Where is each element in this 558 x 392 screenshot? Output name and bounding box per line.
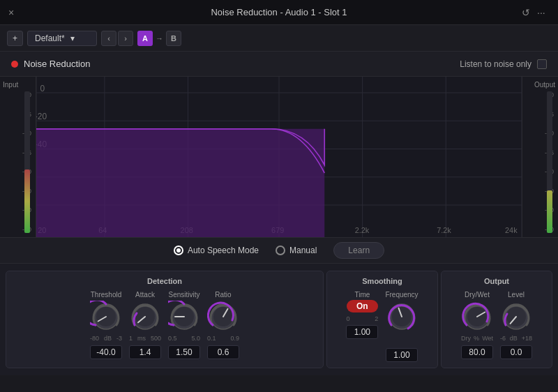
drywet-value[interactable]: 80.0 <box>461 345 493 359</box>
main-content: Input 0 -5 -10 -15 -20 -30 -40 -50 <box>0 77 558 237</box>
frequency-value[interactable]: 1.00 <box>386 348 418 362</box>
nav-next-button[interactable]: › <box>118 31 133 46</box>
ratio-label: Ratio <box>215 291 231 299</box>
output-group-title: Output <box>484 277 509 285</box>
output-meter-bar <box>547 91 552 233</box>
input-meter: Input 0 -5 -10 -15 -20 -30 -40 -50 <box>0 77 36 237</box>
listen-noise-label: Listen to noise only <box>460 59 531 69</box>
smoothing-title: Smoothing <box>362 277 402 285</box>
drywet-label: Dry/Wet <box>465 291 490 299</box>
output-label: Output <box>525 81 555 89</box>
attack-value[interactable]: 1.4 <box>129 345 161 359</box>
frequency-knob[interactable] <box>386 301 418 333</box>
level-knob[interactable] <box>500 301 532 333</box>
drywet-knob[interactable] <box>461 301 493 333</box>
threshold-knob[interactable] <box>90 301 122 333</box>
close-icon[interactable]: × <box>8 7 14 18</box>
threshold-label: Threshold <box>91 291 121 299</box>
menu-icon[interactable]: ··· <box>537 7 545 18</box>
ratio-knob-item: Ratio 0.1 0.9 0.6 <box>207 291 239 359</box>
ab-button-a[interactable]: A <box>137 31 153 46</box>
plugin-name-label: Noise Reduction <box>24 59 90 69</box>
detection-group: Detection Threshold -80 dB -3 <box>6 271 324 368</box>
attack-knob-item: Attack 1 ms 500 1.4 <box>129 291 161 359</box>
ab-arrow-icon: → <box>156 34 163 43</box>
input-meter-scale: 0 -5 -10 -15 -20 -30 -40 -50 <box>3 91 33 233</box>
smoothing-group: Smoothing Time On 0 2 1.00 Frequency <box>326 271 438 368</box>
output-meter-scale: 0 -5 -10 -15 -20 -30 -40 -50 <box>525 91 555 233</box>
sensitivity-knob-item: Sensitivity 0.5 5.0 1.50 <box>168 291 200 359</box>
sensitivity-value[interactable]: 1.50 <box>168 345 200 359</box>
title-bar: × Noise Reduction - Audio 1 - Slot 1 ↺ ·… <box>0 0 558 25</box>
level-knob-item: Level -6 dB +18 0.0 <box>500 291 532 359</box>
on-badge[interactable]: On <box>347 300 378 312</box>
toolbar: + Default* ▾ ‹ › A → B <box>0 25 558 52</box>
preset-dropdown[interactable]: Default* ▾ <box>27 31 97 46</box>
smoothing-time-value[interactable]: 1.00 <box>346 325 378 339</box>
ratio-knob[interactable] <box>207 301 239 333</box>
svg-text:2.2k: 2.2k <box>355 226 370 234</box>
manual-label: Manual <box>289 246 317 255</box>
mode-bar: Auto Speech Mode Manual Learn <box>0 237 558 264</box>
frequency-knob-item: Frequency 1.00 <box>385 291 418 362</box>
window-title: Noise Reduction - Audio 1 - Slot 1 <box>36 7 522 17</box>
input-meter-bar <box>24 91 30 233</box>
graph-area[interactable]: 0 -20 -40 20 64 208 679 2.2k 7.2k 24k <box>36 77 522 237</box>
detection-title: Detection <box>147 277 182 285</box>
attack-label: Attack <box>135 291 155 299</box>
svg-text:24k: 24k <box>505 226 518 234</box>
threshold-value[interactable]: -40.0 <box>90 345 122 359</box>
time-knob-item: Time On 0 2 1.00 <box>346 291 378 339</box>
input-label: Input <box>3 81 33 89</box>
sensitivity-knob[interactable] <box>168 301 200 333</box>
output-group: Output Dry/Wet Dry % Wet 80.0 <box>441 271 552 368</box>
detection-knobs-row: Threshold -80 dB -3 -40.0 <box>90 291 239 359</box>
smoothing-knobs-row: Time On 0 2 1.00 Frequency <box>346 291 418 362</box>
learn-button[interactable]: Learn <box>333 242 384 259</box>
nav-prev-button[interactable]: ‹ <box>101 31 116 46</box>
controls-section: Detection Threshold -80 dB -3 <box>0 264 558 375</box>
auto-speech-label: Auto Speech Mode <box>188 246 259 255</box>
auto-speech-mode-option[interactable]: Auto Speech Mode <box>174 246 259 255</box>
power-indicator[interactable] <box>11 61 18 68</box>
attack-knob[interactable] <box>129 301 161 333</box>
plugin-header: Noise Reduction Listen to noise only <box>0 52 558 77</box>
sensitivity-label: Sensitivity <box>168 291 199 299</box>
frequency-label: Frequency <box>385 291 418 299</box>
svg-text:0: 0 <box>40 83 45 93</box>
threshold-knob-item: Threshold -80 dB -3 -40.0 <box>90 291 122 359</box>
auto-speech-radio[interactable] <box>174 246 183 255</box>
output-knobs-row: Dry/Wet Dry % Wet 80.0 Level <box>461 291 532 359</box>
manual-radio[interactable] <box>276 246 285 255</box>
level-label: Level <box>508 291 525 299</box>
history-icon[interactable]: ↺ <box>522 7 530 18</box>
svg-text:7.2k: 7.2k <box>437 226 451 234</box>
manual-mode-option[interactable]: Manual <box>276 246 317 255</box>
level-value[interactable]: 0.0 <box>500 345 532 359</box>
ratio-value[interactable]: 0.6 <box>207 345 239 359</box>
svg-text:-20: -20 <box>36 112 47 121</box>
add-button[interactable]: + <box>7 31 23 46</box>
time-label: Time <box>354 291 370 299</box>
output-meter: Output 0 -5 -10 -15 -20 -30 -40 -50 <box>522 77 558 237</box>
ab-button-b[interactable]: B <box>166 31 181 46</box>
drywet-knob-item: Dry/Wet Dry % Wet 80.0 <box>461 291 493 359</box>
listen-noise-checkbox[interactable] <box>537 59 547 69</box>
